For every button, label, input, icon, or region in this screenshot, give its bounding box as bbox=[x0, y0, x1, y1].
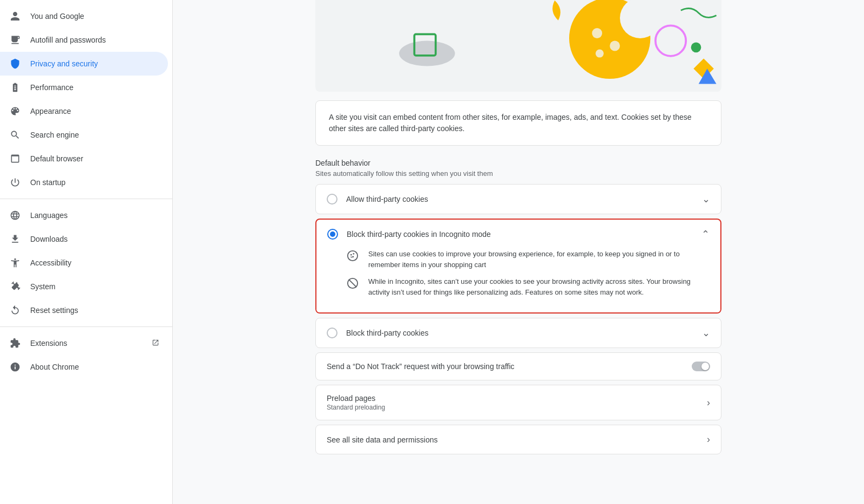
svg-point-3 bbox=[592, 28, 602, 38]
person-icon bbox=[9, 10, 22, 23]
option-label-allow: Allow third-party cookies bbox=[346, 195, 693, 203]
sidebar-item-label: Performance bbox=[30, 83, 159, 92]
svg-point-0 bbox=[399, 41, 455, 66]
sidebar-item-label: Appearance bbox=[30, 107, 159, 115]
sidebar-item-you-and-google[interactable]: You and Google bbox=[0, 4, 168, 28]
sidebar-item-label: Languages bbox=[30, 211, 159, 220]
sidebar-item-downloads[interactable]: Downloads bbox=[0, 227, 168, 251]
do-not-track-row[interactable]: Send a “Do Not Track” request with your … bbox=[315, 352, 721, 380]
arrow-right-icon: › bbox=[707, 397, 710, 408]
sidebar-item-appearance[interactable]: Appearance bbox=[0, 99, 168, 123]
section-subtitle: Sites automatically follow this setting … bbox=[315, 169, 721, 178]
shield-icon bbox=[9, 57, 22, 70]
option-allow-cookies[interactable]: Allow third-party cookies ⌄ bbox=[315, 184, 721, 214]
sidebar-item-on-startup[interactable]: On startup bbox=[0, 171, 168, 194]
download-icon bbox=[9, 233, 22, 246]
block-icon bbox=[347, 277, 360, 290]
option-block-incognito[interactable]: Block third-party cookies in Incognito m… bbox=[315, 219, 721, 314]
sidebar-item-label: Autofill and passwords bbox=[30, 36, 159, 44]
svg-point-8 bbox=[691, 42, 701, 52]
sidebar-item-label: Downloads bbox=[30, 235, 159, 243]
arrow-right-icon-2: › bbox=[707, 434, 710, 445]
main-content: A site you visit can embed content from … bbox=[173, 0, 864, 504]
sidebar-item-label: On startup bbox=[30, 178, 159, 187]
preload-pages-text: Preload pages Standard preloading bbox=[327, 394, 698, 411]
svg-point-13 bbox=[353, 253, 354, 255]
option-row-allow[interactable]: Allow third-party cookies ⌄ bbox=[316, 185, 721, 214]
detail-row-incognito: While in Incognito, sites can’t use your… bbox=[347, 276, 710, 297]
chevron-up-icon: ⌃ bbox=[701, 228, 710, 240]
detail-text-cookies: Sites can use cookies to improve your br… bbox=[368, 249, 710, 270]
site-data-row[interactable]: See all site data and permissions › bbox=[315, 425, 721, 454]
chevron-down-icon: ⌄ bbox=[702, 193, 710, 205]
sidebar-item-system[interactable]: System bbox=[0, 275, 168, 298]
illustration bbox=[315, 0, 721, 92]
svg-point-12 bbox=[350, 254, 352, 256]
svg-point-5 bbox=[596, 50, 604, 58]
svg-line-16 bbox=[349, 280, 356, 287]
sidebar-item-autofill[interactable]: Autofill and passwords bbox=[0, 28, 168, 52]
detail-text-incognito: While in Incognito, sites can’t use your… bbox=[368, 276, 710, 297]
external-link-icon bbox=[152, 339, 159, 348]
svg-point-4 bbox=[610, 41, 620, 51]
option-block-all[interactable]: Block third-party cookies ⌄ bbox=[315, 318, 721, 348]
option-label-block-incognito: Block third-party cookies in Incognito m… bbox=[347, 230, 693, 239]
wrench-icon bbox=[9, 280, 22, 293]
sidebar-item-label: Accessibility bbox=[30, 258, 159, 267]
nav-separator-2 bbox=[0, 326, 172, 327]
section-title: Default behavior bbox=[315, 159, 721, 167]
preload-pages-subtitle: Standard preloading bbox=[327, 404, 698, 411]
accessibility-icon bbox=[9, 256, 22, 269]
reset-icon bbox=[9, 304, 22, 317]
option-label-block-all: Block third-party cookies bbox=[346, 329, 693, 337]
power-icon bbox=[9, 176, 22, 189]
radio-block-all[interactable] bbox=[327, 328, 338, 338]
option-row-block-incognito[interactable]: Block third-party cookies in Incognito m… bbox=[316, 220, 720, 249]
sidebar-item-label: Default browser bbox=[30, 154, 159, 163]
info-icon bbox=[9, 360, 22, 373]
sidebar: You and Google Autofill and passwords Pr… bbox=[0, 0, 173, 504]
sidebar-item-extensions[interactable]: Extensions bbox=[0, 331, 168, 355]
sidebar-item-performance[interactable]: Performance bbox=[0, 76, 168, 99]
sidebar-item-label: Reset settings bbox=[30, 306, 159, 315]
description-text: A site you visit can embed content from … bbox=[329, 112, 708, 134]
do-not-track-text: Send a “Do Not Track” request with your … bbox=[327, 362, 683, 371]
option-row-block-all[interactable]: Block third-party cookies ⌄ bbox=[316, 318, 721, 348]
puzzle-icon bbox=[9, 337, 22, 350]
chevron-down-icon-2: ⌄ bbox=[702, 327, 710, 339]
radio-allow[interactable] bbox=[327, 194, 338, 205]
preload-pages-row[interactable]: Preload pages Standard preloading › bbox=[315, 385, 721, 420]
globe-icon bbox=[9, 209, 22, 222]
nav-separator bbox=[0, 199, 172, 199]
cookie-icon bbox=[347, 250, 360, 263]
option-details-block-incognito: Sites can use cookies to improve your br… bbox=[316, 249, 720, 312]
description-box: A site you visit can embed content from … bbox=[315, 100, 721, 146]
sidebar-item-label: System bbox=[30, 282, 159, 291]
sidebar-item-label: Privacy and security bbox=[30, 59, 159, 68]
sidebar-item-reset-settings[interactable]: Reset settings bbox=[0, 298, 168, 322]
sidebar-item-languages[interactable]: Languages bbox=[0, 203, 168, 227]
browser-icon bbox=[9, 152, 22, 165]
detail-row-cookies: Sites can use cookies to improve your br… bbox=[347, 249, 710, 270]
do-not-track-title: Send a “Do Not Track” request with your … bbox=[327, 362, 683, 371]
palette-icon bbox=[9, 105, 22, 118]
speed-icon bbox=[9, 81, 22, 94]
preload-pages-title: Preload pages bbox=[327, 394, 698, 403]
sidebar-item-label: You and Google bbox=[30, 12, 159, 21]
sidebar-item-label: Extensions bbox=[30, 339, 141, 348]
sidebar-item-about-chrome[interactable]: About Chrome bbox=[0, 355, 168, 379]
search-icon bbox=[9, 128, 22, 141]
sidebar-item-label: Search engine bbox=[30, 131, 159, 139]
sidebar-item-label: About Chrome bbox=[30, 363, 159, 371]
sidebar-item-default-browser[interactable]: Default browser bbox=[0, 147, 168, 171]
radio-block-incognito[interactable] bbox=[327, 229, 338, 240]
content-area: A site you visit can embed content from … bbox=[302, 0, 734, 480]
site-data-title: See all site data and permissions bbox=[327, 435, 698, 444]
sidebar-item-accessibility[interactable]: Accessibility bbox=[0, 251, 168, 275]
site-data-text: See all site data and permissions bbox=[327, 435, 698, 444]
sidebar-item-privacy-security[interactable]: Privacy and security bbox=[0, 52, 168, 76]
do-not-track-toggle[interactable] bbox=[692, 362, 710, 371]
svg-point-7 bbox=[656, 25, 686, 56]
badge-icon bbox=[9, 33, 22, 46]
sidebar-item-search-engine[interactable]: Search engine bbox=[0, 123, 168, 147]
